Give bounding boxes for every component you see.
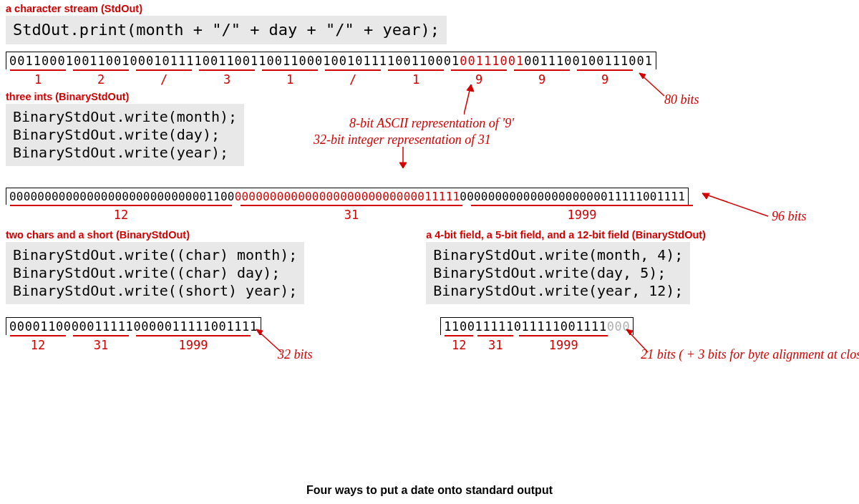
underline-row-2: 12 31 1999 <box>6 205 765 222</box>
code-2: BinaryStdOut.write(month); BinaryStdOut.… <box>6 104 244 166</box>
bitbox-3: 00001100000111110000011111001111 <box>6 317 261 335</box>
section-chars-short: two chars and a short (BinaryStdOut) Bin… <box>6 229 376 352</box>
section-three-ints: three ints (BinaryStdOut) BinaryStdOut.w… <box>6 91 853 222</box>
annot-32bits: 32 bits <box>278 347 313 362</box>
underline-row-3: 12 31 1999 <box>6 335 263 352</box>
figure-caption: Four ways to put a date onto standard ou… <box>0 484 859 497</box>
arrow-96bits <box>697 188 775 223</box>
svg-line-6 <box>702 193 768 216</box>
heading-1: a character stream (StdOut) <box>6 3 853 14</box>
bitbox-1: 0011000100110010001011110011001100110001… <box>6 52 656 69</box>
svg-marker-7 <box>702 193 709 199</box>
arrow-int32 <box>396 147 424 175</box>
annot-int32: 32-bit integer representation of 31 <box>314 132 491 147</box>
heading-2: three ints (BinaryStdOut) <box>6 91 853 102</box>
code-1: StdOut.print(month + "/" + day + "/" + y… <box>6 16 447 44</box>
section-char-stream: a character stream (StdOut) StdOut.print… <box>6 3 853 87</box>
bottom-columns: two chars and a short (BinaryStdOut) Bin… <box>6 229 853 352</box>
section-bitfields: a 4-bit field, a 5-bit field, and a 12-b… <box>426 229 853 352</box>
svg-marker-5 <box>399 163 407 168</box>
annot-96bits: 96 bits <box>772 209 807 224</box>
code-3: BinaryStdOut.write((char) month); Binary… <box>6 242 304 304</box>
bitbox-4: 110011111011111001111000 <box>440 317 634 335</box>
underline-row-4: 12 31 1999 <box>440 335 641 352</box>
underline-row-1: 1 2 / 3 1 / 1 9 9 9 <box>6 69 650 87</box>
svg-marker-11 <box>626 329 633 335</box>
bitbox-2: 0000000000000000000000000000110000000000… <box>6 188 689 205</box>
heading-4: a 4-bit field, a 5-bit field, and a 12-b… <box>426 229 853 241</box>
annot-21bits: 21 bits ( + 3 bits for byte alignment at… <box>641 347 859 362</box>
heading-3: two chars and a short (BinaryStdOut) <box>6 229 376 241</box>
code-4: BinaryStdOut.write(month, 4); BinaryStdO… <box>426 242 690 304</box>
